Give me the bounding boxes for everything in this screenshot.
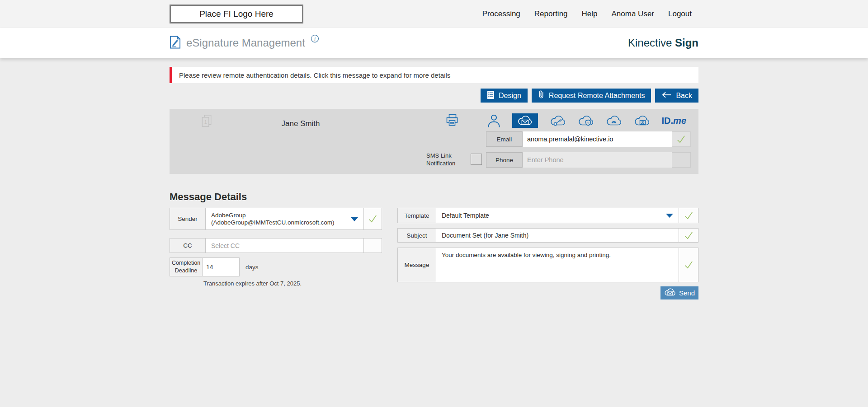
fi-logo-placeholder: Place FI Logo Here (170, 5, 303, 23)
message-textarea[interactable]: Your documents are available for viewing… (436, 248, 679, 282)
subject-valid-check (679, 228, 698, 243)
info-icon[interactable]: i (311, 34, 319, 45)
subject-label: Subject (397, 228, 436, 243)
svg-text:?: ? (587, 121, 589, 125)
message-valid-check (679, 248, 698, 282)
esignature-doc-pen-icon (170, 36, 181, 51)
template-value: Default Template (442, 212, 489, 219)
message-details-form: Sender AdobeGroup (AdobeGroup@IMMTestCU.… (170, 208, 698, 313)
template-valid-check (679, 208, 698, 223)
design-doc-icon (487, 90, 495, 101)
sender-value-line1: AdobeGroup (211, 212, 246, 219)
cc-check-placeholder (364, 238, 382, 253)
message-label: Message (397, 248, 436, 282)
request-remote-attachments-button[interactable]: Request Remote Attachments (532, 89, 651, 103)
phone-label: Phone (486, 152, 523, 168)
send-button-label: Send (679, 289, 695, 297)
topbar: Place FI Logo Here Processing Reporting … (0, 0, 868, 28)
printer-icon[interactable] (445, 113, 459, 130)
idme-italic: me (673, 116, 686, 126)
cc-input[interactable] (211, 242, 358, 249)
page-title: eSignature Management (186, 37, 305, 49)
sender-row: Sender AdobeGroup (AdobeGroup@IMMTestCU.… (170, 208, 382, 230)
template-row: Template Default Template (397, 208, 698, 223)
auth-access-key-icon[interactable] (550, 115, 566, 127)
send-cloud-envelope-icon (664, 288, 676, 298)
auth-methods-row: ? ID.me (487, 112, 686, 129)
auth-idme-logo[interactable]: ID.me (662, 116, 686, 126)
brand-name: Kinective (628, 37, 675, 49)
message-details-heading: Message Details (170, 191, 698, 203)
auth-email-delivery-icon-selected[interactable] (512, 113, 538, 128)
phone-check-placeholder (672, 152, 691, 168)
completion-deadline-input[interactable]: 14 (203, 257, 240, 276)
auth-remote-video-icon[interactable] (634, 115, 650, 127)
design-button[interactable]: Design (481, 89, 528, 103)
auth-security-question-icon[interactable]: ? (578, 115, 594, 127)
subject-row: Subject Document Set (for Jane Smith) (397, 228, 698, 243)
template-select[interactable]: Default Template (436, 208, 679, 223)
action-buttons: Design Request Remote Attachments Back (170, 89, 698, 103)
back-arrow-icon (661, 91, 672, 100)
expiry-note: Transaction expires after Oct 7, 2025. (203, 280, 302, 287)
recipient-card: 1 Jane Smith (170, 109, 698, 174)
email-row: Email (486, 131, 691, 147)
completion-deadline-unit: days (245, 257, 259, 276)
main-content: Please review remote authentication deta… (170, 67, 698, 313)
recipient-name: Jane Smith (242, 119, 359, 128)
document-set-pages-icon[interactable]: 1 (201, 114, 213, 131)
nav-reporting[interactable]: Reporting (534, 9, 568, 19)
nav-user[interactable]: Anoma User (612, 9, 654, 19)
sender-dropdown-arrow-icon[interactable] (351, 217, 358, 221)
completion-deadline-label: Completion Deadline (170, 257, 203, 276)
sender-value-line2: (AdobeGroup@IMMTestCU.onmicrosoft.com) (211, 219, 335, 226)
back-button-label: Back (676, 92, 692, 100)
design-button-label: Design (499, 92, 521, 100)
alert-text: Please review remote authentication deta… (179, 71, 450, 79)
sender-label: Sender (170, 208, 206, 230)
nav-logout[interactable]: Logout (668, 9, 692, 19)
app-header: eSignature Management i Kinective Sign (0, 28, 868, 58)
email-valid-check (672, 131, 691, 147)
sms-link-notification-label: SMS Link Notification (426, 152, 467, 167)
send-button[interactable]: Send (660, 286, 698, 299)
message-row: Message Your documents are available for… (397, 248, 698, 282)
page: Place FI Logo Here Processing Reporting … (0, 0, 868, 407)
svg-text:i: i (314, 36, 316, 41)
cc-label: CC (170, 238, 206, 253)
phone-row: Phone (486, 152, 691, 168)
brand-logo: Kinective Sign (628, 37, 698, 49)
idme-bold: ID. (662, 116, 674, 126)
subject-input[interactable]: Document Set (for Jane Smith) (436, 228, 679, 243)
email-label: Email (486, 131, 523, 147)
sms-link-notification-checkbox[interactable] (471, 154, 482, 165)
sender-select[interactable]: AdobeGroup (AdobeGroup@IMMTestCU.onmicro… (206, 208, 364, 230)
alert-banner[interactable]: Please review remote authentication deta… (170, 67, 698, 83)
document-badge: 1 (204, 119, 207, 125)
sender-valid-check (364, 208, 382, 230)
auth-in-person-icon[interactable] (487, 114, 500, 128)
auth-phone-call-icon[interactable] (606, 115, 622, 127)
completion-deadline-row: Completion Deadline 14 days (170, 257, 259, 276)
brand-name-bold: Sign (675, 37, 698, 49)
nav-help[interactable]: Help (582, 9, 598, 19)
phone-input[interactable] (523, 152, 672, 168)
cc-row: CC (170, 238, 382, 253)
top-nav: Processing Reporting Help Anoma User Log… (482, 0, 692, 28)
email-input[interactable] (523, 131, 672, 147)
back-button[interactable]: Back (655, 89, 698, 103)
nav-processing[interactable]: Processing (482, 9, 520, 19)
template-label: Template (397, 208, 436, 223)
paperclip-icon (538, 90, 545, 101)
request-remote-attachments-label: Request Remote Attachments (549, 92, 645, 100)
template-dropdown-arrow-icon[interactable] (666, 214, 673, 218)
